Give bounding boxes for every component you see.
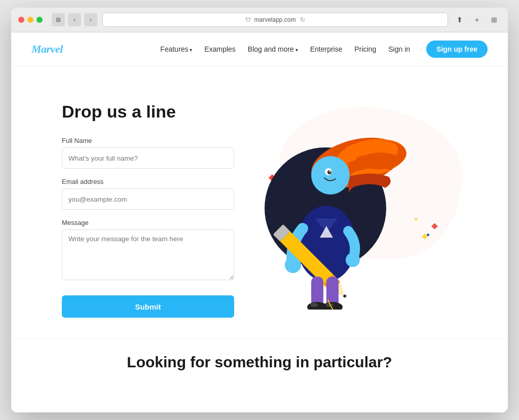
- form-title: Drop us a line: [62, 102, 234, 122]
- nav-links: Features Examples Blog and more Enterpri…: [160, 41, 488, 58]
- illustration-section: ✦ ✦: [234, 97, 467, 310]
- nav-blog[interactable]: Blog and more: [248, 45, 298, 53]
- browser-chrome: ⊞ ‹ › 🛡 marvelapp.com ↻ ⬆ + ⊞: [11, 8, 508, 32]
- full-name-label: Full Name: [62, 137, 234, 144]
- close-button[interactable]: [18, 17, 24, 23]
- message-label: Message: [62, 219, 234, 226]
- character-illustration: [244, 97, 406, 310]
- reload-icon: ↻: [300, 16, 305, 23]
- shield-icon: 🛡: [245, 17, 251, 23]
- browser-controls: ⊞ ‹ ›: [52, 13, 97, 26]
- contact-form-section: Drop us a line Full Name Email address M…: [62, 97, 234, 318]
- window-layout-icon[interactable]: ⊞: [52, 13, 65, 26]
- new-tab-icon[interactable]: +: [470, 13, 484, 26]
- email-input[interactable]: [62, 188, 234, 210]
- minimize-button[interactable]: [27, 17, 33, 23]
- main-section: Drop us a line Full Name Email address M…: [11, 66, 508, 338]
- deco-dot-blue: [427, 234, 429, 236]
- maximize-button[interactable]: [36, 17, 43, 23]
- page-content: Marvel Features Examples Blog and more E…: [11, 32, 508, 412]
- full-name-field-group: Full Name: [62, 137, 234, 169]
- illustration-wrapper: ✦ ✦: [244, 97, 457, 310]
- svg-point-22: [310, 303, 318, 307]
- signup-button[interactable]: Sign up free: [426, 41, 488, 58]
- nav-enterprise[interactable]: Enterprise: [310, 45, 343, 53]
- message-textarea[interactable]: [62, 230, 234, 280]
- extensions-icon[interactable]: ⊞: [488, 13, 501, 26]
- svg-point-11: [346, 253, 360, 267]
- message-field-group: Message: [62, 219, 234, 282]
- address-bar[interactable]: 🛡 marvelapp.com ↻: [102, 13, 448, 27]
- email-field-group: Email address: [62, 178, 234, 210]
- navbar: Marvel Features Examples Blog and more E…: [11, 32, 508, 66]
- nav-signin[interactable]: Sign in: [388, 45, 410, 53]
- back-button[interactable]: ‹: [68, 13, 81, 26]
- browser-window: ⊞ ‹ › 🛡 marvelapp.com ↻ ⬆ + ⊞ Marvel Fea…: [11, 8, 508, 412]
- url-text: marvelapp.com: [254, 16, 295, 23]
- bottom-section: Looking for something in particular?: [11, 338, 508, 381]
- email-label: Email address: [62, 178, 234, 185]
- submit-button[interactable]: Submit: [62, 295, 234, 318]
- forward-button[interactable]: ›: [84, 13, 97, 26]
- bottom-title: Looking for something in particular?: [31, 354, 488, 371]
- nav-features[interactable]: Features: [160, 45, 192, 53]
- nav-examples[interactable]: Examples: [204, 45, 235, 53]
- traffic-lights: [18, 17, 43, 23]
- browser-actions: ⬆ + ⊞: [453, 13, 501, 26]
- svg-point-7: [329, 171, 331, 172]
- svg-point-4: [311, 156, 350, 195]
- sparkle-icon-2: ✦: [413, 215, 419, 223]
- full-name-input[interactable]: [62, 147, 234, 169]
- share-icon[interactable]: ⬆: [453, 13, 466, 26]
- logo[interactable]: Marvel: [31, 43, 63, 56]
- nav-pricing[interactable]: Pricing: [354, 45, 376, 53]
